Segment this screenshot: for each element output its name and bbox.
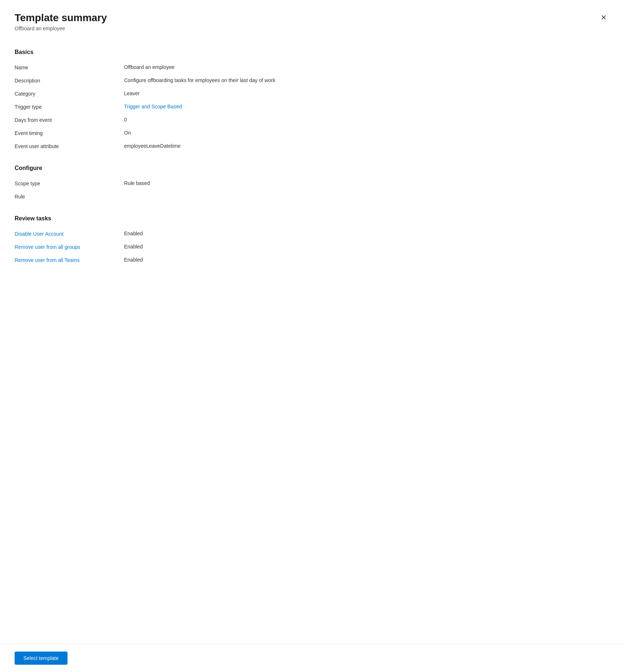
- field-value-days-from-event: 0: [124, 117, 609, 123]
- field-label-remove-from-groups[interactable]: Remove user from all groups: [15, 244, 124, 250]
- field-label-category: Category: [15, 90, 124, 97]
- select-template-button[interactable]: Select template: [15, 652, 68, 665]
- review-tasks-section-title: Review tasks: [15, 215, 609, 222]
- configure-section: Configure Scope type Rule based Rule: [15, 165, 609, 204]
- panel-subtitle: Offboard an employee: [15, 26, 609, 31]
- field-row-event-user-attribute: Event user attribute employeeLeaveDateti…: [15, 140, 609, 153]
- field-value-scope-type: Rule based: [124, 180, 609, 186]
- field-label-event-user-attribute: Event user attribute: [15, 143, 124, 149]
- field-row-name: Name Offboard an employee: [15, 61, 609, 74]
- field-label-days-from-event: Days from event: [15, 117, 124, 123]
- field-row-description: Description Configure offboarding tasks …: [15, 74, 609, 88]
- field-value-event-timing: On: [124, 130, 609, 136]
- field-value-description: Configure offboarding tasks for employee…: [124, 77, 609, 83]
- field-value-remove-from-teams: Enabled: [124, 257, 609, 263]
- field-value-event-user-attribute: employeeLeaveDatetime: [124, 143, 609, 149]
- basics-section-title: Basics: [15, 49, 609, 55]
- close-button[interactable]: ✕: [598, 12, 609, 23]
- field-row-event-timing: Event timing On: [15, 127, 609, 140]
- panel-title: Template summary: [15, 12, 609, 24]
- field-value-category: Leaver: [124, 90, 609, 96]
- field-row-scope-type: Scope type Rule based: [15, 177, 609, 190]
- field-row-disable-user-account: Disable User Account Enabled: [15, 228, 609, 241]
- field-row-trigger-type: Trigger type Trigger and Scope Based: [15, 101, 609, 114]
- field-value-remove-from-groups: Enabled: [124, 244, 609, 250]
- select-template-label: Select template: [23, 655, 59, 661]
- field-row-category: Category Leaver: [15, 88, 609, 101]
- close-icon: ✕: [601, 13, 607, 22]
- field-value-trigger-type[interactable]: Trigger and Scope Based: [124, 104, 609, 109]
- basics-section: Basics Name Offboard an employee Descrip…: [15, 49, 609, 153]
- field-row-remove-from-groups: Remove user from all groups Enabled: [15, 241, 609, 254]
- configure-section-title: Configure: [15, 165, 609, 171]
- field-row-days-from-event: Days from event 0: [15, 114, 609, 127]
- field-value-name: Offboard an employee: [124, 64, 609, 70]
- field-label-description: Description: [15, 77, 124, 84]
- panel-header: Template summary Offboard an employee ✕: [0, 0, 624, 37]
- field-label-scope-type: Scope type: [15, 180, 124, 186]
- field-label-remove-from-teams[interactable]: Remove user from all Teams: [15, 257, 124, 263]
- template-summary-panel: Template summary Offboard an employee ✕ …: [0, 0, 624, 672]
- field-label-name: Name: [15, 64, 124, 70]
- field-label-disable-user-account[interactable]: Disable User Account: [15, 231, 124, 237]
- field-row-rule: Rule: [15, 190, 609, 204]
- panel-body: Basics Name Offboard an employee Descrip…: [0, 37, 624, 644]
- review-tasks-section: Review tasks Disable User Account Enable…: [15, 215, 609, 267]
- field-label-rule: Rule: [15, 193, 124, 200]
- field-row-remove-from-teams: Remove user from all Teams Enabled: [15, 254, 609, 267]
- field-label-trigger-type: Trigger type: [15, 104, 124, 110]
- field-label-event-timing: Event timing: [15, 130, 124, 136]
- panel-footer: Select template: [0, 644, 624, 672]
- field-value-disable-user-account: Enabled: [124, 231, 609, 236]
